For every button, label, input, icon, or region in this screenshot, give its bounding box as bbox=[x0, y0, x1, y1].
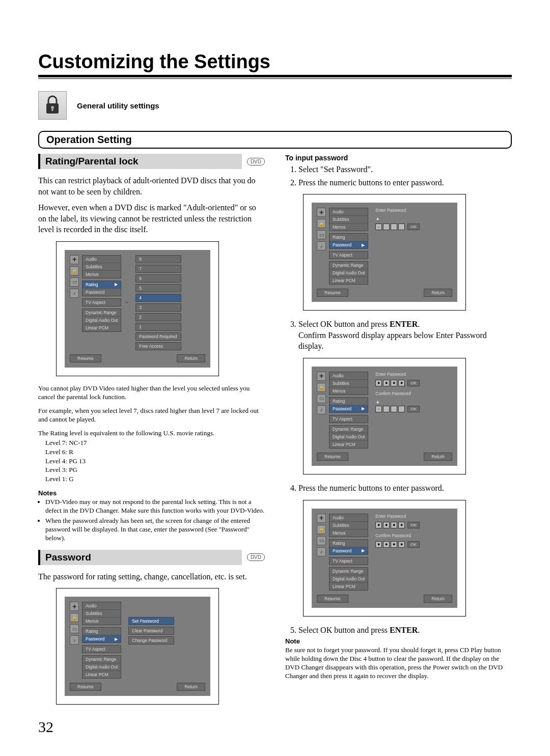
svg-rect-2 bbox=[52, 108, 53, 111]
osd-enter-password-blank: ✚🔒▭♪ AudioSubtitlesMenus RatingPassword▶… bbox=[303, 194, 466, 311]
right-column: To input password Select "Set Password".… bbox=[285, 154, 512, 713]
step: Select OK button and press ENTER.Confirm… bbox=[298, 319, 512, 352]
notes-heading: Notes bbox=[38, 489, 265, 497]
rating-equivalence: The Rating level is equivalent to the fo… bbox=[38, 429, 265, 438]
input-steps-4: Press the numeric buttons to enter passw… bbox=[285, 483, 512, 494]
page-title-block: Customizing the Settings bbox=[38, 51, 512, 79]
dvd-badge-icon: DVD bbox=[247, 553, 265, 561]
input-steps-3: Select OK button and press ENTER.Confirm… bbox=[285, 319, 512, 352]
input-steps-5: Select OK button and press ENTER. bbox=[285, 625, 512, 636]
step: Select "Set Password". bbox=[298, 164, 512, 175]
subtitle: General utility settings bbox=[77, 101, 159, 110]
notes-list: DVD-Video may or may not respond to the … bbox=[38, 498, 265, 542]
osd-both-filled: ✚🔒▭♪ AudioSubtitlesMenus RatingPassword▶… bbox=[303, 500, 466, 617]
rating-paragraph-1: This can restrict playback of adult-orie… bbox=[38, 175, 265, 197]
input-password-heading: To input password bbox=[285, 154, 512, 162]
header-row: General utility settings bbox=[38, 91, 512, 120]
left-column: Rating/Parental lock DVD This can restri… bbox=[38, 154, 265, 713]
input-steps-1: Select "Set Password". Press the numeric… bbox=[285, 164, 512, 188]
osd-screenshot-password: ✚🔒▭♪ AudioSubtitlesMenus RatingPassword▶… bbox=[56, 588, 219, 705]
step: Press the numeric buttons to enter passw… bbox=[298, 483, 512, 494]
two-column-layout: Rating/Parental lock DVD This can restri… bbox=[38, 154, 512, 713]
note-heading-right: Note bbox=[285, 637, 512, 645]
rating-note-2: For example, when you select level 7, di… bbox=[38, 407, 265, 424]
operation-heading-box: Operation Setting bbox=[38, 131, 512, 149]
hand-pointer-icon: ☞ bbox=[124, 299, 129, 306]
title-rule-thick bbox=[38, 75, 512, 77]
operation-heading: Operation Setting bbox=[46, 134, 504, 146]
page-title: Customizing the Settings bbox=[38, 51, 512, 73]
step: Press the numeric buttons to enter passw… bbox=[298, 177, 512, 188]
password-paragraph: The password for rating setting, change,… bbox=[38, 571, 265, 582]
dvd-badge-icon: DVD bbox=[247, 158, 265, 165]
nav-icon: ✚ bbox=[70, 255, 79, 264]
rating-note-1: You cannot play DVD Video rated higher t… bbox=[38, 384, 265, 402]
rating-heading-bar: Rating/Parental lock DVD bbox=[38, 154, 265, 169]
note-body: Be sure not to forget your password. If … bbox=[285, 646, 512, 681]
title-rule-thin bbox=[38, 78, 512, 79]
lock-mini-icon: 🔒 bbox=[70, 266, 79, 275]
lock-icon bbox=[38, 91, 67, 120]
password-heading: Password bbox=[40, 550, 242, 565]
rating-heading: Rating/Parental lock bbox=[40, 154, 242, 169]
rating-levels-list: Level 7: NC-17 Level 6: R Level 4: PG 13… bbox=[45, 438, 265, 483]
page-number: 32 bbox=[38, 718, 53, 736]
note-item: When the password already has been set, … bbox=[45, 517, 265, 543]
rating-paragraph-2: However, even when a DVD disc is marked … bbox=[38, 202, 265, 235]
note-item: DVD-Video may or may not respond to the … bbox=[45, 498, 265, 515]
audio-mini-icon: ♪ bbox=[70, 289, 79, 298]
tv-mini-icon: ▭ bbox=[70, 277, 79, 287]
osd-screenshot-rating: ✚ 🔒 ▭ ♪ AudioSubtitlesMenus Rating▶Passw… bbox=[56, 241, 219, 376]
password-heading-bar: Password DVD bbox=[38, 550, 265, 565]
osd-confirm-password: ✚🔒▭♪ AudioSubtitlesMenus RatingPassword▶… bbox=[303, 358, 466, 474]
step: Select OK button and press ENTER. bbox=[298, 625, 512, 636]
